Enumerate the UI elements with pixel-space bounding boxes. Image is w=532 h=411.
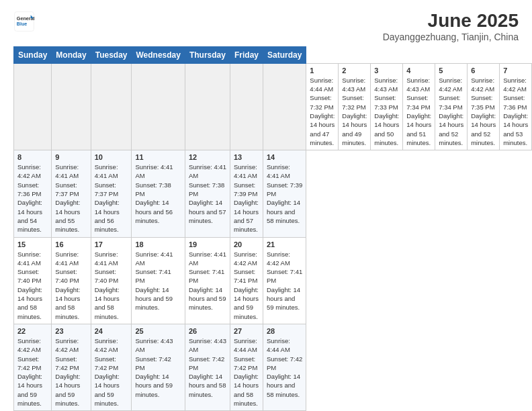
table-row: 4Sunrise: 4:43 AMSunset: 7:34 PMDaylight… (403, 63, 435, 150)
header-thursday: Thursday (185, 46, 230, 63)
table-row: 28Sunrise: 4:44 AMSunset: 7:42 PMDayligh… (263, 324, 306, 410)
table-row (14, 63, 52, 150)
weekday-header-row: Sunday Monday Tuesday Wednesday Thursday… (14, 46, 532, 63)
table-row: 12Sunrise: 4:41 AMSunset: 7:38 PMDayligh… (185, 150, 230, 237)
table-row: 25Sunrise: 4:43 AMSunset: 7:42 PMDayligh… (132, 324, 185, 410)
table-row: 26Sunrise: 4:43 AMSunset: 7:42 PMDayligh… (185, 324, 230, 410)
table-row: 21Sunrise: 4:42 AMSunset: 7:41 PMDayligh… (263, 237, 306, 324)
calendar-title: June 2025 (383, 11, 519, 32)
table-row: 11Sunrise: 4:41 AMSunset: 7:38 PMDayligh… (132, 150, 185, 237)
table-row (230, 63, 263, 150)
header-wednesday: Wednesday (132, 46, 185, 63)
table-row: 18Sunrise: 4:41 AMSunset: 7:41 PMDayligh… (132, 237, 185, 324)
header-saturday: Saturday (263, 46, 306, 63)
table-row: 19Sunrise: 4:41 AMSunset: 7:41 PMDayligh… (185, 237, 230, 324)
header-monday: Monday (52, 46, 91, 63)
table-row: 3Sunrise: 4:43 AMSunset: 7:33 PMDaylight… (371, 63, 403, 150)
calendar-page: General Blue June 2025 Dayanggezhuang, T… (0, 0, 532, 411)
header-tuesday: Tuesday (91, 46, 132, 63)
table-row: 14Sunrise: 4:41 AMSunset: 7:39 PMDayligh… (263, 150, 306, 237)
table-row: 15Sunrise: 4:41 AMSunset: 7:40 PMDayligh… (14, 237, 52, 324)
table-row (52, 63, 91, 150)
table-row: 23Sunrise: 4:42 AMSunset: 7:42 PMDayligh… (52, 324, 91, 410)
table-row: 8Sunrise: 4:42 AMSunset: 7:36 PMDaylight… (14, 150, 52, 237)
header-sunday: Sunday (14, 46, 52, 63)
title-block: June 2025 Dayanggezhuang, Tianjin, China (383, 11, 519, 42)
table-row: 16Sunrise: 4:41 AMSunset: 7:40 PMDayligh… (52, 237, 91, 324)
table-row: 22Sunrise: 4:42 AMSunset: 7:42 PMDayligh… (14, 324, 52, 410)
header-friday: Friday (230, 46, 263, 63)
logo-icon: General Blue (13, 11, 35, 32)
table-row: 7Sunrise: 4:42 AMSunset: 7:36 PMDaylight… (500, 63, 532, 150)
table-row: 10Sunrise: 4:41 AMSunset: 7:37 PMDayligh… (91, 150, 132, 237)
table-row (91, 63, 132, 150)
table-row (263, 63, 306, 150)
table-row: 24Sunrise: 4:42 AMSunset: 7:42 PMDayligh… (91, 324, 132, 410)
table-row: 17Sunrise: 4:41 AMSunset: 7:40 PMDayligh… (91, 237, 132, 324)
table-row: 2Sunrise: 4:43 AMSunset: 7:32 PMDaylight… (339, 63, 371, 150)
table-row: 27Sunrise: 4:44 AMSunset: 7:42 PMDayligh… (230, 324, 263, 410)
calendar-subtitle: Dayanggezhuang, Tianjin, China (383, 32, 519, 42)
svg-text:Blue: Blue (17, 21, 28, 27)
table-row (132, 63, 185, 150)
calendar-table: Sunday Monday Tuesday Wednesday Thursday… (13, 46, 532, 411)
table-row: 13Sunrise: 4:41 AMSunset: 7:39 PMDayligh… (230, 150, 263, 237)
table-row: 9Sunrise: 4:41 AMSunset: 7:37 PMDaylight… (52, 150, 91, 237)
logo: General Blue (13, 11, 35, 32)
table-row: 20Sunrise: 4:42 AMSunset: 7:41 PMDayligh… (230, 237, 263, 324)
header: General Blue June 2025 Dayanggezhuang, T… (13, 11, 519, 42)
table-row: 5Sunrise: 4:42 AMSunset: 7:34 PMDaylight… (435, 63, 468, 150)
table-row (185, 63, 230, 150)
table-row: 1Sunrise: 4:44 AMSunset: 7:32 PMDaylight… (306, 63, 339, 150)
table-row: 6Sunrise: 4:42 AMSunset: 7:35 PMDaylight… (468, 63, 500, 150)
